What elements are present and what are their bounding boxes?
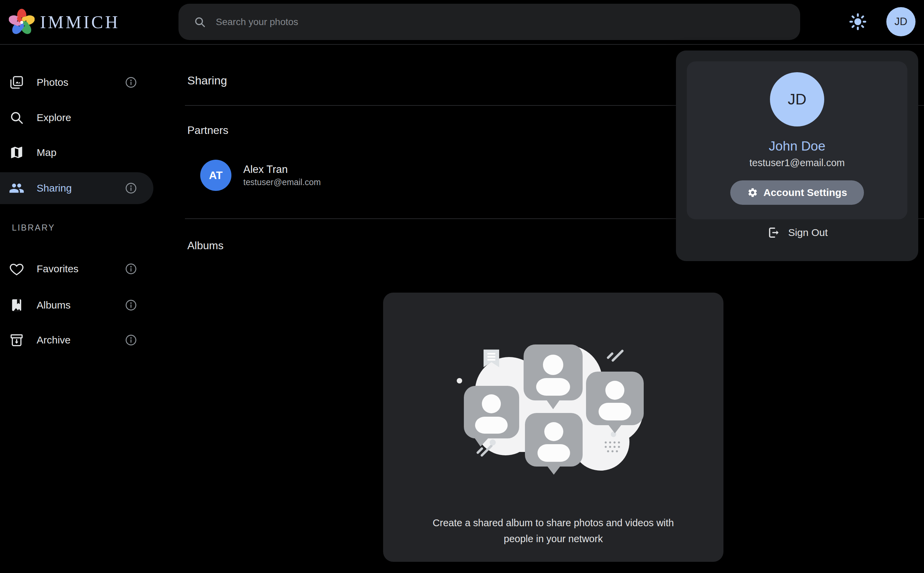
sharing-info-icon[interactable] <box>124 182 138 195</box>
archive-info-icon[interactable] <box>124 333 138 347</box>
sidebar-item-label: Archive <box>37 334 71 346</box>
sidebar-item-label: Map <box>37 147 56 158</box>
account-name: John Doe <box>687 139 907 153</box>
account-email: testuser1@email.com <box>687 157 907 169</box>
page-title: Sharing <box>187 74 227 87</box>
empty-state-line2: people in your network <box>397 531 710 547</box>
account-menu: JD John Doe testuser1@email.com Account … <box>676 50 918 261</box>
sidebar-item-albums[interactable]: Albums <box>0 289 154 321</box>
sidebar-item-label: Photos <box>37 77 68 88</box>
partner-avatar: AT <box>200 160 231 191</box>
partner-email: testuser@email.com <box>243 176 321 188</box>
partner-avatar-initials: AT <box>209 169 223 182</box>
user-avatar-initials: JD <box>894 16 907 28</box>
search-bar[interactable] <box>179 4 800 40</box>
sidebar-item-photos[interactable]: Photos <box>0 66 154 98</box>
partner-info: Alex Tran testuser@email.com <box>243 163 321 188</box>
account-settings-button[interactable]: Account Settings <box>730 180 864 205</box>
sign-out-button[interactable]: Sign Out <box>676 224 918 241</box>
sidebar-item-explore[interactable]: Explore <box>0 102 154 134</box>
sidebar-item-favorites[interactable]: Favorites <box>0 253 154 285</box>
photos-info-icon[interactable] <box>124 76 138 89</box>
sidebar-item-map[interactable]: Map <box>0 137 154 169</box>
app-title: IMMICH <box>40 12 120 32</box>
theme-toggle-button[interactable] <box>848 12 868 31</box>
partner-name: Alex Tran <box>243 163 321 176</box>
sidebar-item-label: Albums <box>37 299 71 311</box>
sidebar-item-archive[interactable]: Archive <box>0 324 154 356</box>
people-icon <box>9 180 24 196</box>
search-input[interactable] <box>215 16 800 28</box>
sign-out-icon <box>767 225 781 240</box>
empty-state-line1: Create a shared album to share photos an… <box>397 515 710 531</box>
sidebar-item-label: Sharing <box>37 182 72 194</box>
sun-icon <box>848 12 868 31</box>
account-avatar: JD <box>770 72 824 127</box>
heart-icon <box>9 261 24 277</box>
user-avatar-button[interactable]: JD <box>886 7 916 36</box>
create-shared-album-card[interactable]: Create a shared album to share photos an… <box>383 293 723 562</box>
map-icon <box>9 145 24 160</box>
album-icon <box>9 297 24 313</box>
partner-row[interactable]: AT Alex Tran testuser@email.com <box>200 160 321 191</box>
top-bar: IMMICH JD <box>0 0 924 45</box>
shared-album-illustration <box>455 340 649 475</box>
immich-flower-logo[interactable] <box>9 8 35 36</box>
favorites-info-icon[interactable] <box>124 262 138 276</box>
search-icon <box>193 16 206 28</box>
explore-search-icon <box>9 110 24 125</box>
photos-icon <box>9 75 24 90</box>
partners-heading: Partners <box>187 124 228 137</box>
sidebar-section-library: LIBRARY <box>12 223 55 233</box>
immich-app: IMMICH JD <box>0 0 924 573</box>
albums-heading: Albums <box>187 240 224 252</box>
account-info-card: JD John Doe testuser1@email.com Account … <box>687 61 907 219</box>
sign-out-label: Sign Out <box>788 227 828 238</box>
gear-icon <box>747 187 758 198</box>
empty-state-text: Create a shared album to share photos an… <box>397 515 710 547</box>
sidebar-item-sharing[interactable]: Sharing <box>0 172 154 204</box>
archive-icon <box>9 332 24 348</box>
sidebar-item-label: Explore <box>37 112 71 124</box>
sidebar-item-label: Favorites <box>37 263 78 275</box>
albums-info-icon[interactable] <box>124 298 138 312</box>
account-avatar-initials: JD <box>788 91 806 108</box>
account-settings-label: Account Settings <box>764 187 847 198</box>
